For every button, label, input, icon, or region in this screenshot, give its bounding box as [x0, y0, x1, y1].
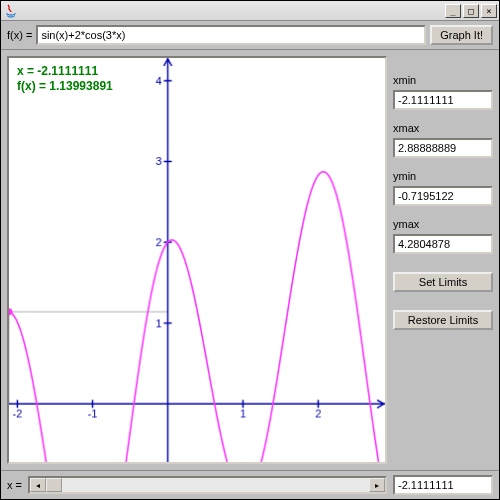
scroll-thumb[interactable] — [46, 478, 62, 492]
triangle-right-icon: ▸ — [375, 481, 379, 490]
x-value-input[interactable] — [393, 475, 493, 495]
x-label: x = — [7, 479, 22, 491]
formula-input[interactable] — [36, 25, 426, 45]
plot-area[interactable]: x = -2.1111111 f(x) = 1.13993891 — [7, 56, 387, 464]
readout-fx: f(x) = 1.13993891 — [17, 79, 113, 94]
xmax-label: xmax — [393, 122, 493, 134]
ymax-label: ymax — [393, 218, 493, 230]
titlebar[interactable]: _ □ × — [1, 1, 499, 21]
scroll-track[interactable] — [46, 478, 369, 492]
x-slider-row: x = ◂ ▸ — [1, 470, 499, 499]
minimize-button[interactable]: _ — [445, 4, 461, 18]
triangle-left-icon: ◂ — [36, 481, 40, 490]
ymax-input[interactable] — [393, 234, 493, 254]
xmax-input[interactable] — [393, 138, 493, 158]
java-icon — [3, 3, 19, 19]
xmin-label: xmin — [393, 74, 493, 86]
xmin-input[interactable] — [393, 90, 493, 110]
plot-canvas[interactable] — [9, 58, 385, 462]
readout-overlay: x = -2.1111111 f(x) = 1.13993891 — [17, 64, 113, 94]
graph-it-button[interactable]: Graph It! — [430, 25, 493, 45]
formula-row: f(x) = Graph It! — [1, 21, 499, 50]
content-area: x = -2.1111111 f(x) = 1.13993891 xmin xm… — [1, 50, 499, 470]
fx-label: f(x) = — [7, 29, 32, 41]
app-window: _ □ × f(x) = Graph It! x = -2.1111111 f(… — [0, 0, 500, 500]
readout-x: x = -2.1111111 — [17, 64, 113, 79]
scroll-left-button[interactable]: ◂ — [30, 478, 46, 492]
scroll-right-button[interactable]: ▸ — [369, 478, 385, 492]
limits-panel: xmin xmax ymin ymax Set Limits Restore L… — [393, 56, 493, 464]
ymin-input[interactable] — [393, 186, 493, 206]
restore-limits-button[interactable]: Restore Limits — [393, 310, 493, 330]
set-limits-button[interactable]: Set Limits — [393, 272, 493, 292]
close-button[interactable]: × — [481, 4, 497, 18]
x-scrollbar[interactable]: ◂ ▸ — [28, 476, 387, 494]
ymin-label: ymin — [393, 170, 493, 182]
maximize-button[interactable]: □ — [463, 4, 479, 18]
